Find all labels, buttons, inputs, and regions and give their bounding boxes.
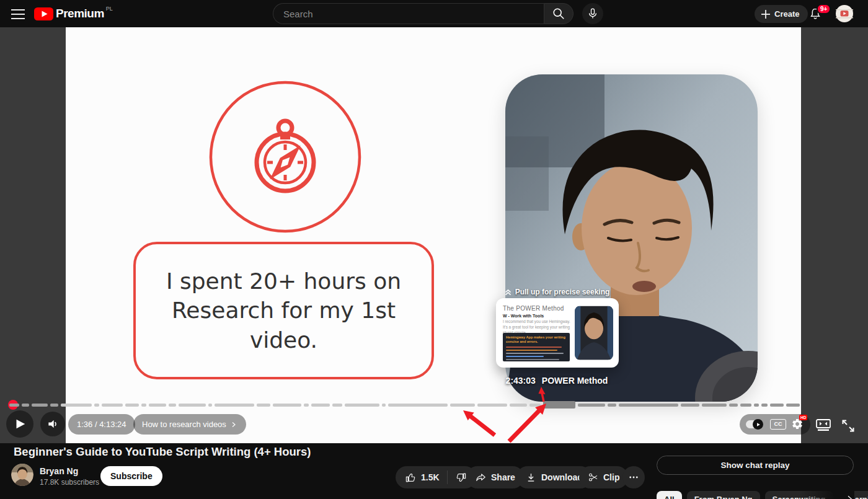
seekbar-segment[interactable] [608, 404, 616, 407]
voice-search-button[interactable] [582, 3, 603, 24]
mic-icon [587, 7, 599, 20]
seekbar-segment[interactable] [578, 404, 605, 407]
show-chat-replay-button[interactable]: Show chat replay [657, 456, 854, 475]
autoplay-toggle[interactable] [746, 420, 763, 428]
search-bar [273, 3, 574, 24]
decorative-text-bar [506, 347, 562, 348]
theater-mode-button[interactable] [815, 417, 832, 432]
seekbar-segment[interactable] [94, 404, 99, 407]
seekbar-segment[interactable] [619, 404, 678, 407]
autoplay-play-icon [756, 422, 761, 427]
fullscreen-button[interactable] [840, 418, 856, 434]
search-input[interactable] [273, 3, 544, 24]
play-button[interactable] [6, 410, 33, 438]
seekbar-segment[interactable] [61, 404, 92, 407]
seekbar-segment[interactable] [304, 404, 309, 407]
chip-all[interactable]: All [657, 491, 682, 499]
decorative-text-bar [506, 350, 557, 351]
seekbar-segment[interactable] [786, 404, 800, 407]
topbar: Premium PL Create [0, 0, 868, 27]
hamburger-menu-button[interactable] [9, 5, 27, 24]
seek-hint: Pull up for precise seeking [489, 288, 625, 296]
subtitles-button[interactable]: CC [770, 419, 786, 430]
seekbar-segment[interactable] [22, 404, 29, 407]
seekbar-segment[interactable] [9, 404, 19, 407]
seekbar-segment[interactable] [102, 404, 123, 407]
seekbar-segment[interactable] [273, 404, 301, 407]
seekbar-segment[interactable] [169, 404, 176, 407]
channel-avatar[interactable] [11, 464, 33, 486]
seekbar-segment[interactable] [215, 404, 254, 407]
seekbar-segment[interactable] [510, 404, 527, 407]
seek-hint-text: Pull up for precise seeking [515, 288, 610, 296]
video-frame: I spent 20+ hours on Research for my 1st… [66, 27, 801, 443]
volume-button[interactable] [40, 412, 65, 436]
seekbar-segment[interactable] [208, 404, 212, 407]
seekbar-segment[interactable] [50, 404, 58, 407]
preview-screenshot-heading: Hemingway App makes your writing concise… [506, 335, 567, 345]
plus-icon [761, 9, 771, 19]
account-avatar[interactable] [836, 5, 853, 22]
seekbar[interactable] [0, 402, 868, 408]
youtube-premium-logo[interactable]: Premium PL [34, 6, 113, 22]
seekbar-segment[interactable] [702, 404, 727, 407]
video-player[interactable]: I spent 20+ hours on Research for my 1st… [0, 27, 868, 443]
decorative-text-bar [506, 356, 544, 357]
seekbar-segment[interactable] [125, 404, 139, 407]
seekbar-segment[interactable] [543, 401, 575, 408]
chevron-right-icon [844, 494, 854, 499]
ellipsis-icon [628, 472, 639, 483]
clip-button[interactable]: Clip [579, 466, 628, 488]
settings-button[interactable]: HD [791, 418, 805, 431]
hamburger-icon [11, 9, 25, 19]
slide-quote-text: I spent 20+ hours on Research for my 1st… [148, 267, 420, 355]
chip-from-bryan-ng[interactable]: From Bryan Ng [687, 491, 760, 499]
download-icon [525, 472, 537, 484]
seekbar-segment[interactable] [382, 404, 386, 407]
seekbar-segment[interactable] [311, 404, 330, 407]
more-actions-button[interactable] [622, 466, 645, 488]
decorative-text-bar [506, 353, 564, 354]
time-display: 1:36 / 4:13:24 [68, 414, 135, 435]
chapter-button[interactable]: How to research videos [133, 414, 246, 435]
seekbar-segment[interactable] [529, 404, 541, 407]
seekbar-segment[interactable] [32, 404, 48, 407]
seekbar-segment[interactable] [754, 404, 759, 407]
theater-mode-icon [815, 417, 832, 432]
seekbar-segment[interactable] [332, 404, 342, 407]
seek-preview-timestamp: 2:43:03POWER Method [495, 376, 619, 386]
channel-name[interactable]: Bryan Ng [40, 466, 78, 476]
seekbar-segment[interactable] [149, 404, 166, 407]
seekbar-segment[interactable] [179, 404, 206, 407]
notifications-button[interactable]: 9+ [808, 6, 825, 23]
fullscreen-icon [840, 418, 856, 434]
chip-screenwriting[interactable]: Screenwriting [765, 491, 833, 499]
notification-badge: 9+ [817, 4, 831, 14]
time-display-text: 1:36 / 4:13:24 [77, 420, 126, 429]
create-button[interactable]: Create [755, 5, 808, 23]
like-button[interactable]: 1.5K [396, 466, 447, 488]
seekbar-segment[interactable] [450, 404, 475, 407]
seekbar-segment[interactable] [681, 404, 699, 407]
seekbar-segment[interactable] [740, 404, 751, 407]
cc-label: CC [774, 421, 782, 427]
seekbar-segment[interactable] [257, 404, 270, 407]
subscribe-button[interactable]: Subscribe [100, 466, 162, 486]
share-button[interactable]: Share [466, 466, 524, 488]
preview-presenter-thumbnail [575, 306, 613, 360]
search-button[interactable] [544, 3, 574, 24]
seekbar-segment[interactable] [761, 404, 768, 407]
seekbar-segment[interactable] [141, 404, 146, 407]
preview-chapter-name: POWER Method [542, 376, 608, 386]
download-label: Download [541, 472, 583, 482]
channel-avatar-image [11, 464, 33, 486]
seekbar-segment[interactable] [729, 404, 738, 407]
search-icon [552, 7, 565, 20]
seekbar-segment[interactable] [345, 404, 379, 407]
seekbar-segment[interactable] [770, 404, 784, 407]
seekbar-segment[interactable] [388, 404, 448, 407]
right-controls-cluster: CC HD [740, 414, 810, 435]
chips-next-button[interactable] [844, 492, 862, 499]
seekbar-segment[interactable] [477, 404, 507, 407]
account-avatar-image [836, 5, 853, 22]
